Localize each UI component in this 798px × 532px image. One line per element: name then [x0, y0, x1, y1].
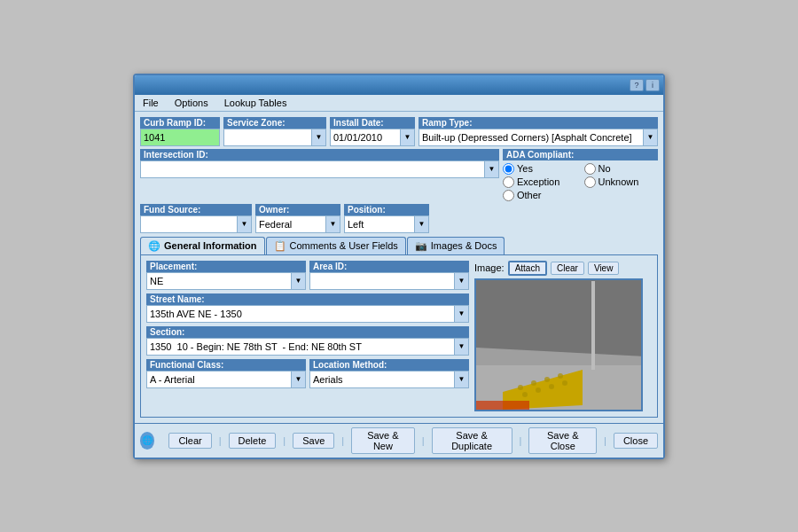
position-dropdown-btn[interactable]: ▼ — [415, 215, 429, 233]
position-label: Position: — [344, 204, 429, 215]
owner-input-wrapper: ▼ — [255, 215, 340, 233]
install-date-dropdown-btn[interactable]: ▼ — [401, 129, 415, 146]
comments-tab-icon: 📋 — [274, 240, 286, 252]
owner-dropdown-btn[interactable]: ▼ — [326, 215, 340, 233]
sep-1: | — [219, 435, 222, 446]
ada-yes-radio[interactable] — [503, 163, 514, 175]
install-date-label: Install Date: — [330, 117, 415, 129]
intersection-id-group: Intersection ID: ▼ — [140, 149, 499, 201]
functional-class-dropdown-btn[interactable]: ▼ — [292, 371, 306, 388]
menu-options[interactable]: Options — [172, 97, 211, 109]
general-tab-label: General Information — [164, 240, 257, 251]
ada-compliant-group: ADA Compliant: Yes No Exception — [503, 149, 658, 201]
street-name-dropdown-btn[interactable]: ▼ — [455, 305, 469, 323]
position-input[interactable] — [344, 215, 415, 233]
curb-ramp-id-label: Curb Ramp ID: — [140, 117, 220, 129]
tab-images-docs[interactable]: 📷 Images & Docs — [407, 237, 505, 254]
owner-group: Owner: ▼ — [255, 204, 340, 233]
area-id-group: Area ID: ▼ — [309, 261, 469, 290]
ramp-type-label: Ramp Type: — [419, 117, 658, 129]
ada-options: Yes No Exception Unknown — [503, 163, 658, 201]
ada-yes[interactable]: Yes — [503, 163, 577, 175]
image-clear-button[interactable]: Clear — [551, 262, 584, 275]
attach-button[interactable]: Attach — [508, 261, 547, 276]
tab-general-information[interactable]: 🌐 General Information — [140, 237, 265, 254]
street-name-input[interactable] — [146, 305, 455, 323]
general-tab-icon: 🌐 — [148, 240, 160, 252]
footer: 🌐 Clear | Delete | Save | Save & New | S… — [135, 423, 663, 458]
street-name-group: Street Name: ▼ — [146, 293, 469, 323]
save-new-button[interactable]: Save & New — [351, 427, 415, 454]
ada-other[interactable]: Other — [503, 190, 577, 201]
intersection-id-input[interactable] — [140, 160, 485, 178]
tab-main-content: Placement: ▼ Area ID: ▼ — [146, 261, 652, 411]
area-id-label: Area ID: — [309, 261, 469, 272]
fund-source-dropdown-btn[interactable]: ▼ — [238, 215, 252, 233]
delete-button[interactable]: Delete — [229, 433, 277, 449]
ramp-type-input-wrapper: ▼ — [419, 129, 658, 146]
area-id-dropdown-btn[interactable]: ▼ — [455, 272, 469, 290]
close-button[interactable]: Close — [614, 433, 658, 449]
ada-no[interactable]: No — [584, 163, 659, 175]
main-window: ? i File Options Lookup Tables Curb Ramp… — [133, 74, 665, 459]
info-button[interactable]: i — [645, 79, 660, 91]
functional-class-group: Functional Class: ▼ — [146, 359, 306, 388]
save-button[interactable]: Save — [293, 433, 334, 449]
image-label: Image: — [474, 262, 505, 273]
sep-3: | — [341, 435, 344, 446]
ramp-type-dropdown-btn[interactable]: ▼ — [644, 129, 658, 146]
clear-button[interactable]: Clear — [168, 433, 211, 449]
placement-label: Placement: — [146, 261, 306, 272]
fund-source-input[interactable] — [140, 215, 238, 233]
header-row-3: Fund Source: ▼ Owner: ▼ Position: ▼ — [140, 204, 658, 233]
owner-input[interactable] — [255, 215, 326, 233]
fund-source-label: Fund Source: — [140, 204, 252, 215]
save-close-button[interactable]: Save & Close — [528, 427, 597, 454]
ada-other-radio[interactable] — [503, 190, 514, 201]
section-input[interactable] — [146, 338, 455, 356]
intersection-id-dropdown-btn[interactable]: ▼ — [485, 160, 499, 178]
image-view-button[interactable]: View — [588, 262, 620, 275]
fund-source-input-wrapper: ▼ — [140, 215, 252, 233]
ada-compliant-label: ADA Compliant: — [503, 149, 658, 160]
ada-unknown[interactable]: Unknown — [584, 176, 659, 188]
ramp-type-input[interactable] — [419, 129, 644, 146]
install-date-input[interactable] — [330, 129, 401, 146]
area-id-input[interactable] — [309, 272, 455, 290]
position-input-wrapper: ▼ — [344, 215, 429, 233]
sep-5: | — [520, 435, 522, 446]
tab-comments-user-fields[interactable]: 📋 Comments & User Fields — [266, 237, 406, 254]
functional-class-input[interactable] — [146, 371, 292, 388]
curb-ramp-id-group: Curb Ramp ID: — [140, 117, 220, 146]
ada-unknown-radio[interactable] — [584, 176, 596, 188]
ada-no-label: No — [598, 163, 611, 174]
images-tab-icon: 📷 — [415, 240, 427, 252]
menu-file[interactable]: File — [140, 97, 161, 109]
location-method-label: Location Method: — [309, 359, 469, 371]
owner-label: Owner: — [255, 204, 340, 215]
location-method-input[interactable] — [309, 371, 455, 388]
tab-left-content: Placement: ▼ Area ID: ▼ — [146, 261, 469, 411]
ada-no-radio[interactable] — [584, 163, 596, 175]
save-duplicate-button[interactable]: Save & Duplicate — [432, 427, 512, 454]
curb-ramp-image — [476, 278, 641, 410]
functional-location-row: Functional Class: ▼ Location Method: ▼ — [146, 359, 469, 392]
menu-lookup-tables[interactable]: Lookup Tables — [222, 97, 290, 109]
placement-areaid-row: Placement: ▼ Area ID: ▼ — [146, 261, 469, 293]
service-zone-input[interactable] — [223, 129, 312, 146]
location-method-dropdown-btn[interactable]: ▼ — [455, 371, 469, 388]
ada-exception-label: Exception — [517, 176, 559, 187]
service-zone-dropdown-btn[interactable]: ▼ — [312, 129, 326, 146]
title-bar: ? i — [135, 75, 663, 95]
street-name-input-wrapper: ▼ — [146, 305, 469, 323]
placement-input[interactable] — [146, 272, 292, 290]
section-dropdown-btn[interactable]: ▼ — [455, 338, 469, 356]
curb-ramp-id-input[interactable] — [140, 129, 220, 146]
help-button[interactable]: ? — [630, 79, 644, 91]
section-group: Section: ▼ — [146, 326, 469, 356]
placement-dropdown-btn[interactable]: ▼ — [292, 272, 306, 290]
ada-exception-radio[interactable] — [503, 176, 514, 188]
functional-class-label: Functional Class: — [146, 359, 306, 371]
section-label: Section: — [146, 326, 469, 338]
ada-exception[interactable]: Exception — [503, 176, 577, 188]
